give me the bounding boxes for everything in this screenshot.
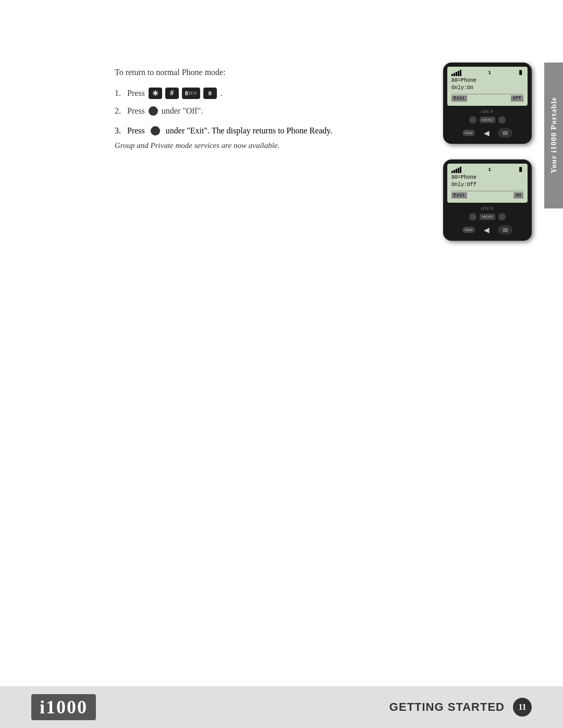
phone-1-menu: MENU	[480, 117, 496, 123]
step-2: 2. Press under "Off".	[115, 106, 438, 116]
step-1: 1. Press ✳ # 8TUV 0 .	[115, 88, 438, 99]
phone-1-right-soft	[498, 116, 506, 124]
phone-1-screen: 1 ▐▌ 80=Phone Only:On Exit Off	[447, 67, 528, 106]
phone-1-soft-right: Off	[511, 95, 523, 102]
key-star-button: ✳	[149, 88, 162, 99]
signal-bar-7	[454, 170, 455, 173]
signal-bar-5	[460, 70, 461, 76]
phone-1-mode: Mode	[462, 130, 475, 136]
step-3-press-label: Press	[125, 126, 147, 135]
side-tab: Your i1000 Portable	[544, 63, 563, 208]
key-0-button: 0	[203, 88, 217, 99]
phone-2-soft-buttons: Exit On	[451, 191, 523, 199]
phone-1-nav-row: Mode ◀ ☎	[447, 126, 528, 140]
phone-2-mode: Mode	[462, 227, 475, 233]
phone-1-line1: 80=Phone	[451, 77, 523, 84]
step-3-content: Press under "Exit". The display returns …	[125, 126, 332, 135]
phone-2-nav-row: Mode ◀ ☎	[447, 223, 528, 237]
phone-2-menu: MENU	[480, 214, 496, 220]
italic-note: Group and Private mode services are now …	[115, 140, 438, 152]
phone-1-call: ☎	[498, 128, 512, 138]
phone-2-left-soft	[469, 213, 476, 220]
step-2-press-label: Press	[125, 106, 147, 116]
phone-2-buttons-row: MENU	[447, 213, 528, 220]
phone-1: 1 ▐▌ 80=Phone Only:On Exit Off iDEN MENU…	[443, 63, 532, 144]
phone-2-iden: iDEN	[447, 206, 528, 211]
step-3-block: 3. Press under "Exit". The display retur…	[115, 126, 438, 152]
step-1-period: .	[218, 89, 223, 98]
phone-2-number: 1	[488, 167, 491, 172]
phone-2: 1 ▐▌ 80=Phone Only:Off Exit On iDEN MENU…	[443, 159, 532, 241]
phone-2-call-icon: ☎	[502, 227, 508, 233]
phone-1-signal	[451, 70, 461, 76]
signal-bar-8	[456, 169, 457, 173]
phone-2-nav-arrow: ◀	[484, 226, 489, 235]
phone-2-battery: ▐▌	[518, 167, 523, 172]
step-2-suffix: under "Off".	[160, 106, 203, 116]
main-content: To return to normal Phone mode: 1. Press…	[115, 68, 438, 152]
phone-1-left-soft	[469, 116, 476, 124]
phone-2-line2: Only:Off	[451, 181, 523, 189]
phones-container: 1 ▐▌ 80=Phone Only:On Exit Off iDEN MENU…	[443, 63, 532, 241]
key-8-button: 8TUV	[182, 88, 200, 99]
key-hash-button: #	[165, 88, 179, 99]
phone-2-signal	[451, 167, 461, 173]
phone-2-soft-left: Exit	[451, 192, 467, 199]
signal-bar-4	[458, 71, 459, 76]
footer: i1000 GETTING STARTED 11	[0, 686, 563, 728]
step-3: 3. Press under "Exit". The display retur…	[115, 126, 438, 135]
phone-2-right-soft	[498, 213, 506, 220]
key-8-sub: TUV	[188, 91, 197, 96]
side-tab-text: Your i1000 Portable	[549, 97, 558, 174]
signal-bar-10	[460, 167, 461, 173]
footer-right: GETTING STARTED 11	[389, 698, 532, 717]
footer-logo: i1000	[31, 694, 96, 720]
signal-bar-2	[454, 73, 455, 76]
phone-1-top-row: 1 ▐▌	[451, 70, 523, 76]
step-2-number: 2.	[115, 106, 121, 116]
step-1-press-label: Press	[125, 89, 147, 98]
phone-1-nav-arrow: ◀	[484, 129, 489, 138]
step-1-number: 1.	[115, 89, 121, 98]
phone-1-number: 1	[488, 70, 491, 76]
phone-2-top-row: 1 ▐▌	[451, 167, 523, 173]
phone-2-line1: 80=Phone	[451, 174, 523, 181]
phone-2-soft-right: On	[513, 192, 523, 199]
step-3-suffix: under "Exit". The display returns to Pho…	[164, 126, 333, 135]
phone-1-soft-buttons: Exit Off	[451, 94, 523, 102]
step-3-bullet-button	[151, 126, 160, 135]
phone-1-call-icon: ☎	[502, 130, 508, 136]
intro-text: To return to normal Phone mode:	[115, 68, 438, 77]
step-3-number: 3.	[115, 126, 121, 135]
phone-1-line2: Only:On	[451, 84, 523, 92]
step-2-bullet-button	[149, 106, 158, 116]
phone-1-soft-left: Exit	[451, 95, 467, 102]
phone-1-buttons-row: MENU	[447, 116, 528, 124]
phone-2-nav-cross: ◀	[477, 223, 496, 237]
signal-bar-1	[451, 74, 453, 76]
signal-bar-3	[456, 72, 457, 76]
signal-bar-9	[458, 168, 459, 173]
page-number-badge: 11	[513, 698, 532, 717]
phone-1-battery: ▐▌	[518, 70, 523, 76]
signal-bar-6	[451, 171, 453, 173]
getting-started-label: GETTING STARTED	[389, 700, 505, 714]
phone-1-nav-cross: ◀	[477, 126, 496, 140]
phone-1-iden: iDEN	[447, 109, 528, 114]
step-list: 1. Press ✳ # 8TUV 0 . 2. Press under "Of…	[115, 88, 438, 116]
phone-2-screen: 1 ▐▌ 80=Phone Only:Off Exit On	[447, 164, 528, 203]
phone-2-call: ☎	[498, 225, 512, 235]
